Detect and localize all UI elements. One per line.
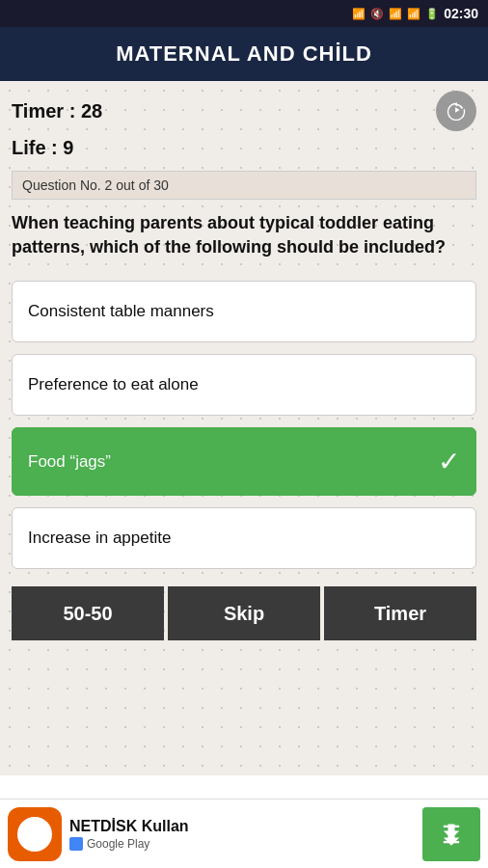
life-row: Life : 9 — [12, 137, 476, 159]
question-meta: Question No. 2 out of 30 — [12, 171, 476, 200]
life-display: Life : 9 — [12, 137, 73, 158]
answer-option-c[interactable]: Food “jags” ✓ — [12, 427, 476, 496]
app-header: MATERNAL AND CHİLD — [0, 27, 488, 81]
timer-icon-svg — [446, 100, 467, 122]
timer-toggle-button[interactable] — [436, 91, 476, 131]
ad-download-button[interactable] — [422, 807, 480, 861]
ad-subtitle: Google Play — [87, 837, 149, 851]
ad-text-area: NETDİSK Kullan Google Play — [69, 814, 422, 854]
answer-option-b[interactable]: Preference to eat alone — [12, 354, 476, 416]
google-play-icon — [69, 837, 83, 851]
bluetooth-icon: 📶 — [352, 8, 366, 20]
ad-banner: NETDİSK Kullan Google Play — [0, 799, 488, 868]
timer-button[interactable]: Timer — [324, 586, 476, 640]
timer-row: Timer : 28 — [12, 91, 476, 131]
question-meta-text: Question No. 2 out of 30 — [22, 177, 169, 193]
answer-option-d[interactable]: Increase in appetite — [12, 507, 476, 569]
app-title: MATERNAL AND CHİLD — [116, 41, 372, 67]
ad-app-icon-inner — [17, 817, 52, 852]
download-icon — [438, 821, 465, 848]
signal-icon: 📶 — [407, 8, 420, 20]
question-text: When teaching parents about typical todd… — [12, 207, 476, 263]
correct-check-icon: ✓ — [438, 446, 460, 477]
timer-display: Timer : 28 — [12, 100, 102, 122]
battery-icon: 🔋 — [425, 8, 439, 20]
status-bar: 📶 🔇 📶 📶 🔋 02:30 — [0, 0, 488, 27]
skip-button[interactable]: Skip — [168, 586, 320, 640]
answer-a-text: Consistent table manners — [28, 302, 214, 321]
wifi-icon: 📶 — [389, 8, 402, 20]
status-icons: 📶 🔇 📶 📶 🔋 02:30 — [352, 6, 478, 21]
answer-d-text: Increase in appetite — [28, 529, 171, 548]
status-time: 02:30 — [444, 6, 478, 21]
answer-c-text: Food “jags” — [28, 452, 111, 472]
fifty-fifty-button[interactable]: 50-50 — [12, 586, 164, 640]
answer-option-a[interactable]: Consistent table manners — [12, 281, 476, 342]
ad-subtitle-row: Google Play — [69, 837, 422, 851]
answer-b-text: Preference to eat alone — [28, 375, 199, 394]
mute-icon: 🔇 — [370, 8, 384, 20]
bottom-buttons: 50-50 Skip Timer — [12, 586, 476, 640]
ad-title: NETDİSK Kullan — [69, 818, 422, 835]
ad-app-icon — [8, 807, 62, 861]
content-area: Timer : 28 Life : 9 Question No. 2 out o… — [0, 81, 488, 775]
